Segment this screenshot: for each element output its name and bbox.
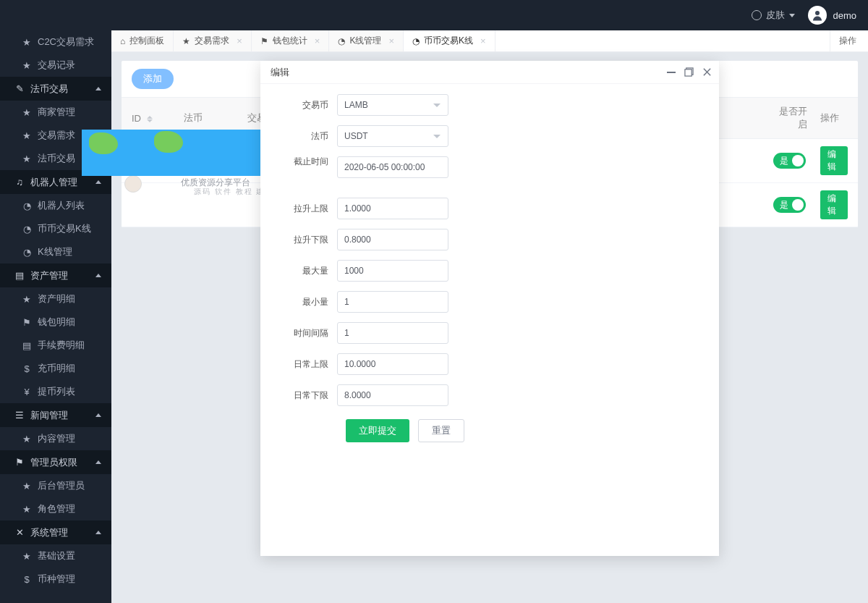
sidebar-item[interactable]: ▤手续费明细 <box>0 334 111 357</box>
maximize-icon[interactable] <box>684 67 694 77</box>
menu-icon: ✎ <box>14 83 25 94</box>
add-button[interactable]: 添加 <box>132 69 174 89</box>
menu-icon: ★ <box>22 60 32 71</box>
sidebar-item-label: 资产明细 <box>38 292 75 305</box>
sidebar-item-label: 币种管理 <box>38 573 75 586</box>
edit-button[interactable]: 编辑 <box>820 146 848 175</box>
input-interval[interactable] <box>337 322 448 344</box>
tab[interactable]: ⚑钱包统计× <box>252 30 330 51</box>
sidebar-item[interactable]: ✎法币交易 <box>0 77 111 101</box>
submit-button[interactable]: 立即提交 <box>346 419 409 442</box>
menu-icon: $ <box>22 574 32 585</box>
menu-icon: ★ <box>22 107 32 118</box>
menu-icon: ★ <box>22 481 32 492</box>
menu-icon: ▤ <box>14 270 25 281</box>
menu-icon: ◔ <box>22 201 32 211</box>
menu-icon: ★ <box>22 153 32 164</box>
sidebar-item[interactable]: $充币明细 <box>0 357 111 380</box>
sidebar-item[interactable]: ★资产明细 <box>0 287 111 311</box>
menu-icon: ◔ <box>22 224 32 235</box>
label-down-limit: 拉升下限 <box>275 229 337 250</box>
menu-icon: ★ <box>22 504 32 515</box>
modal-body: 交易币 LAMB 法币 USDT 截止时间 拉升上限 拉升下限 最大量 最小量 … <box>260 84 719 452</box>
tab[interactable]: ◔币币交易K线× <box>404 30 495 51</box>
sidebar-item[interactable]: ✕系统管理 <box>0 520 111 544</box>
input-min[interactable] <box>337 291 448 313</box>
th-enabled[interactable]: 是否开启 <box>761 98 810 139</box>
edit-modal: 编辑 交易币 LAMB 法币 USDT 截止时间 拉升上限 拉升下限 最大量 最… <box>260 61 719 556</box>
modal-header[interactable]: 编辑 <box>260 61 719 84</box>
collapse-icon <box>95 531 101 534</box>
sidebar-item[interactable]: $币种管理 <box>0 568 111 591</box>
label-trade-coin: 交易币 <box>275 94 337 116</box>
minimize-icon[interactable] <box>667 72 676 73</box>
select-trade-coin[interactable]: LAMB <box>337 94 448 116</box>
label-interval: 时间间隔 <box>275 322 337 344</box>
label-daily-down: 日常下限 <box>275 384 337 406</box>
sidebar-item[interactable]: ◔机器人列表 <box>0 194 111 217</box>
sort-icon <box>147 116 153 122</box>
username[interactable]: demo <box>833 10 856 21</box>
menu-icon: ⚑ <box>22 317 32 328</box>
tab[interactable]: ⌂控制面板 <box>111 30 174 51</box>
tab[interactable]: ◔K线管理× <box>329 30 404 51</box>
label-min: 最小量 <box>275 291 337 313</box>
menu-icon: ★ <box>22 294 32 305</box>
sidebar-item[interactable]: ★C2C交易需求 <box>0 30 111 54</box>
sidebar-item-label: 机器人管理 <box>30 176 77 189</box>
collapse-icon <box>95 413 101 417</box>
sidebar-item[interactable]: ⚑钱包明细 <box>0 311 111 334</box>
sidebar-item[interactable]: ★交易记录 <box>0 54 111 77</box>
menu-icon: ★ <box>22 37 32 48</box>
input-max[interactable] <box>337 260 448 282</box>
tab[interactable]: ★交易需求× <box>174 30 252 51</box>
menu-icon: ¥ <box>22 387 32 397</box>
label-up-limit: 拉升上限 <box>275 198 337 219</box>
sidebar-item-label: 资产管理 <box>30 269 68 282</box>
tab-close-icon[interactable]: × <box>237 35 242 46</box>
ops-label: 操作 <box>839 35 856 47</box>
sidebar-item[interactable]: ★角色管理 <box>0 497 111 520</box>
reset-button[interactable]: 重置 <box>418 419 464 442</box>
close-icon[interactable] <box>702 67 712 77</box>
skin-label: 皮肤 <box>766 9 785 22</box>
sidebar-item[interactable]: ⚑管理员权限 <box>0 450 111 474</box>
collapse-icon <box>95 180 101 184</box>
sidebar-item[interactable]: ★基础设置 <box>0 544 111 568</box>
tab-close-icon[interactable]: × <box>388 35 394 46</box>
menu-icon: ✕ <box>14 527 25 538</box>
tab-close-icon[interactable]: × <box>315 35 320 46</box>
sidebar-item-label: 后台管理员 <box>38 479 85 492</box>
sidebar-item-label: 提币列表 <box>38 385 75 398</box>
menu-icon: ♫ <box>14 177 25 187</box>
sidebar-item[interactable]: ¥提币列表 <box>0 380 111 403</box>
sidebar-item[interactable]: ★后台管理员 <box>0 474 111 497</box>
select-legal-coin[interactable]: USDT <box>337 125 448 147</box>
input-daily-up[interactable] <box>337 353 448 375</box>
menu-icon: ⚑ <box>14 457 25 468</box>
enable-toggle[interactable]: 是 <box>773 153 806 169</box>
tab-close-icon[interactable]: × <box>480 35 486 46</box>
sidebar-item[interactable]: ◔币币交易K线 <box>0 217 111 240</box>
input-up-limit[interactable] <box>337 198 448 219</box>
watermark-avatar <box>124 175 142 193</box>
label-daily-up: 日常上限 <box>275 353 337 375</box>
th-op[interactable]: 操作 <box>810 98 858 139</box>
tabs-operations[interactable]: 操作 <box>830 30 868 51</box>
tab-label: 交易需求 <box>195 35 229 47</box>
skin-icon <box>752 10 762 20</box>
sidebar-item[interactable]: ★内容管理 <box>0 427 111 450</box>
avatar[interactable] <box>808 6 827 25</box>
sidebar-item[interactable]: ▤资产管理 <box>0 263 111 287</box>
skin-switcher[interactable]: 皮肤 <box>752 9 795 22</box>
sidebar-item[interactable]: ★商家管理 <box>0 101 111 124</box>
sidebar-item[interactable]: ☰新闻管理 <box>0 403 111 427</box>
menu-icon: ▤ <box>22 340 32 351</box>
input-end-time[interactable] <box>337 156 448 178</box>
enable-toggle[interactable]: 是 <box>773 197 806 213</box>
edit-button[interactable]: 编辑 <box>820 190 848 219</box>
input-down-limit[interactable] <box>337 229 448 250</box>
input-daily-down[interactable] <box>337 384 448 406</box>
sidebar-item-label: 内容管理 <box>38 432 75 445</box>
sidebar-item[interactable]: ◔K线管理 <box>0 240 111 263</box>
